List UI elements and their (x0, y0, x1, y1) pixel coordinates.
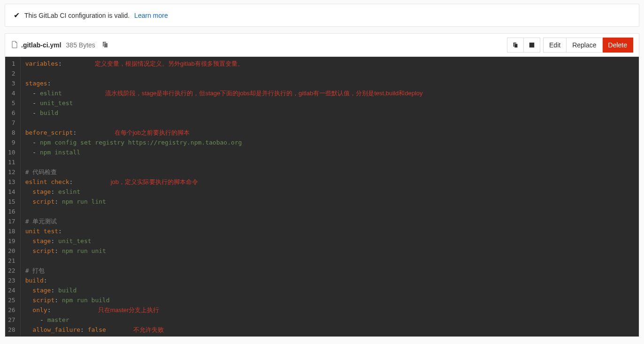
line-number: 8 (8, 128, 15, 138)
line-number: 22 (8, 266, 15, 275)
code-line: stage: build (25, 285, 634, 295)
line-number: 20 (8, 246, 15, 256)
file-name: .gitlab-ci.yml (21, 41, 61, 49)
code-line: build: (25, 275, 634, 285)
code-line (25, 206, 634, 216)
code-line: unit test: (25, 226, 634, 236)
line-number: 27 (8, 315, 15, 325)
validation-message: This GitLab CI configuration is valid. (24, 12, 130, 19)
file-icon (11, 41, 18, 50)
line-number: 5 (8, 98, 15, 108)
file-panel: .gitlab-ci.yml 385 Bytes Edit Replace De… (5, 33, 639, 337)
code-line: stage: unit_test (25, 236, 634, 246)
line-number: 4 (8, 88, 15, 98)
replace-button[interactable]: Replace (567, 38, 602, 53)
line-number: 13 (8, 177, 15, 187)
line-number: 2 (8, 69, 15, 78)
code-line: # 单元测试 (25, 216, 634, 226)
line-number: 7 (8, 118, 15, 128)
code-line (25, 157, 634, 167)
code-line: - build (25, 108, 634, 118)
file-header: .gitlab-ci.yml 385 Bytes Edit Replace De… (5, 34, 639, 57)
validation-banner: ✔ This GitLab CI configuration is valid.… (5, 4, 639, 27)
copy-path-icon[interactable] (98, 41, 108, 50)
line-number: 12 (8, 167, 15, 177)
line-number: 3 (8, 78, 15, 88)
annotation: 只在master分支上执行 (98, 305, 160, 315)
code-line (25, 256, 634, 266)
annotation: 不允许失败 (133, 325, 164, 335)
line-number: 23 (8, 275, 15, 285)
line-number: 21 (8, 256, 15, 266)
code-content: variables: stages: - eslint - unit_test … (21, 57, 639, 336)
annotation: job，定义实际要执行的脚本命令 (111, 177, 198, 187)
line-number: 28 (8, 325, 15, 335)
raw-icon-button[interactable] (524, 38, 540, 53)
edit-button[interactable]: Edit (543, 38, 567, 53)
code-line: - master (25, 315, 634, 325)
copy-icon-button[interactable] (507, 38, 524, 53)
line-number: 10 (8, 147, 15, 157)
learn-more-link[interactable]: Learn more (134, 12, 168, 19)
code-line: stages: (25, 78, 634, 88)
line-number: 1 (8, 59, 15, 69)
annotation: 流水线阶段，stage是串行执行的，但stage下面的jobs却是并行执行的，g… (105, 88, 423, 98)
code-line: - unit_test (25, 98, 634, 108)
code-line (25, 118, 634, 128)
annotation: 定义变量，根据情况定义。另外gitlab有很多预置变量。 (95, 59, 244, 69)
code-line: allow_failure: false (25, 325, 634, 335)
code-line: stage: eslint (25, 187, 634, 197)
code-line: - npm install (25, 147, 634, 157)
line-number: 6 (8, 108, 15, 118)
line-number: 25 (8, 295, 15, 305)
line-number: 14 (8, 187, 15, 197)
line-number: 15 (8, 197, 15, 206)
code-line (25, 69, 634, 78)
line-number: 9 (8, 138, 15, 147)
delete-button[interactable]: Delete (603, 38, 633, 53)
code-line: # 代码检查 (25, 167, 634, 177)
check-icon: ✔ (14, 11, 20, 20)
code-area: 1234567891011121314151617181920212223242… (5, 57, 639, 336)
line-number: 19 (8, 236, 15, 246)
code-line: script: npm run build (25, 295, 634, 305)
line-number: 17 (8, 216, 15, 226)
annotation: 在每个job之前要执行的脚本 (115, 128, 190, 138)
line-number: 26 (8, 305, 15, 315)
code-line: script: npm run lint (25, 197, 634, 206)
code-line: # 打包 (25, 266, 634, 275)
file-size: 385 Bytes (66, 41, 95, 49)
code-line: script: npm run unit (25, 246, 634, 256)
line-number: 16 (8, 206, 15, 216)
line-number: 18 (8, 226, 15, 236)
code-line: - npm config set registry https://regist… (25, 138, 634, 147)
line-number: 24 (8, 285, 15, 295)
line-gutter: 1234567891011121314151617181920212223242… (5, 57, 21, 336)
line-number: 11 (8, 157, 15, 167)
